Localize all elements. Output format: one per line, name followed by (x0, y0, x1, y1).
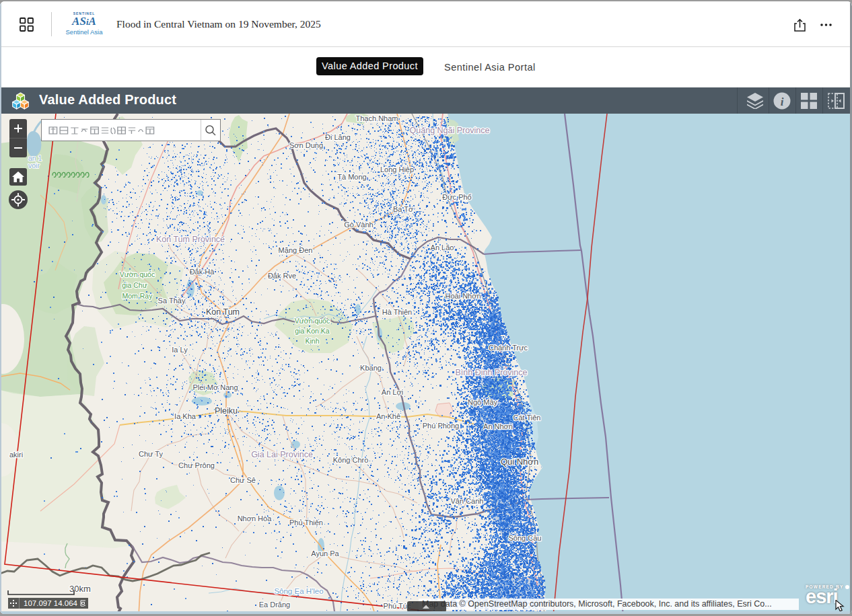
svg-text:Chư Prông: Chư Prông (178, 461, 215, 469)
svg-text:Mặng Đen: Mặng Đen (279, 246, 313, 254)
svg-text:Chư Sê: Chư Sê (230, 476, 256, 484)
svg-text:gia Chư: gia Chư (122, 281, 147, 289)
svg-text:An Lão: An Lão (431, 243, 454, 252)
svg-text:gia Kon Ka: gia Kon Ka (295, 327, 330, 335)
svg-text:Nhơn Hòa: Nhơn Hòa (238, 514, 273, 523)
svg-text:Kbang: Kbang (360, 364, 382, 372)
svg-text:Ngô Mây: Ngô Mây (468, 398, 498, 406)
svg-text:Chư Ty: Chư Ty (139, 450, 163, 458)
svg-text:Ea Drăng: Ea Drăng (259, 601, 290, 609)
svg-text:Ia Kha: Ia Kha (174, 412, 197, 420)
svg-text:Pleiku: Pleiku (215, 406, 238, 416)
svg-text:voir: voir (28, 161, 40, 169)
svg-text:Đức Phổ: Đức Phổ (442, 193, 471, 201)
svg-text:Đắk Rve: Đắk Rve (268, 272, 296, 280)
svg-text:Sông Cầu: Sông Cầu (509, 534, 542, 542)
svg-text:Đi Lăng: Đi Lăng (325, 133, 351, 141)
svg-text:Qui Nhơn: Qui Nhơn (501, 457, 538, 467)
svg-text:Gò Vành: Gò Vành (344, 221, 373, 229)
svg-text:Quảng Ngãi Province: Quảng Ngãi Province (410, 126, 490, 135)
svg-text:Plei Mơ Nang: Plei Mơ Nang (192, 383, 238, 391)
svg-text:Thạch Nham: Thạch Nham (356, 114, 398, 122)
svg-text:Phủ Thiện: Phủ Thiện (289, 518, 323, 527)
svg-text:An Lợi: An Lợi (382, 388, 403, 396)
svg-text:Ayun Pa: Ayun Pa (311, 549, 339, 557)
svg-text:Gia Lai Province: Gia Lai Province (251, 450, 313, 459)
svg-text:Bình Định Province: Bình Định Province (455, 368, 527, 377)
svg-text:An Khê: An Khê (376, 412, 400, 420)
svg-text:akiri: akiri (9, 451, 23, 459)
svg-text:Ia Ly: Ia Ly (172, 346, 188, 354)
svg-text:Ba Tơ: Ba Tơ (393, 205, 413, 213)
svg-text:30km: 30km (69, 584, 91, 594)
svg-text:Vườn quốc: Vườn quốc (120, 270, 155, 278)
svg-text:Sa Thầy: Sa Thầy (158, 297, 186, 305)
svg-text:Sơn Dung: Sơn Dung (289, 141, 323, 149)
svg-text:Phú Phong: Phú Phong (423, 422, 459, 430)
svg-text:An Nhơn: An Nhơn (483, 422, 513, 430)
svg-text:Long Hiệp: Long Hiệp (380, 165, 414, 174)
svg-text:Chánh Trực: Chánh Trực (489, 344, 528, 352)
svg-text:Kinh: Kinh (305, 337, 319, 345)
svg-text:Tà Mong: Tà Mong (337, 173, 366, 181)
svg-text:Hoài Nhơn: Hoài Nhơn (445, 292, 481, 300)
svg-text:Vườn quốc: Vườn quốc (295, 317, 330, 325)
svg-text:Sông Ea H'leo: Sông Ea H'leo (274, 587, 323, 595)
svg-text:Kông Chro: Kông Chro (333, 456, 369, 464)
svg-text:Đắk Hà: Đắk Hà (190, 268, 215, 276)
svg-text:Cát Tiên: Cát Tiên (513, 414, 541, 422)
svg-text:Vân Canh: Vân Canh (451, 497, 484, 505)
svg-text:Hà Thiên: Hà Thiên (382, 308, 412, 316)
svg-text:Kon Tum Province: Kon Tum Province (156, 235, 225, 244)
svg-text:Kon Tum: Kon Tum (206, 307, 240, 317)
svg-text:i: i (781, 95, 784, 108)
svg-text:Mom Ray: Mom Ray (122, 292, 153, 300)
